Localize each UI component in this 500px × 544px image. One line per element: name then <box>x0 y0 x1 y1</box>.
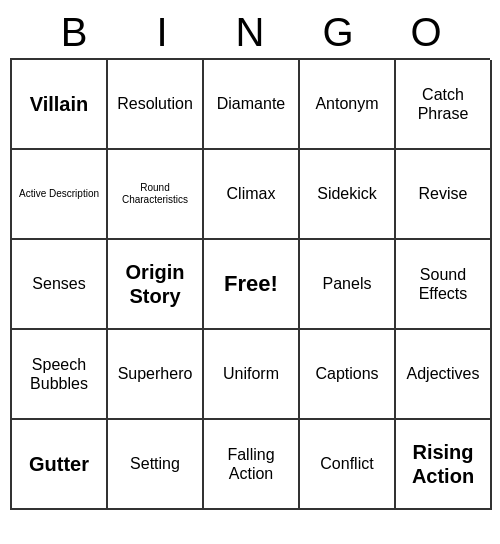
cell-label: Active Description <box>19 188 99 200</box>
cell-r1-c2: Climax <box>204 150 300 240</box>
cell-r0-c1: Resolution <box>108 60 204 150</box>
cell-label: Rising Action <box>400 440 486 488</box>
cell-r2-c3: Panels <box>300 240 396 330</box>
cell-label: Diamante <box>217 94 285 113</box>
cell-r3-c4: Adjectives <box>396 330 492 420</box>
cell-label: Revise <box>419 184 468 203</box>
bingo-letter: G <box>294 10 382 54</box>
cell-label: Setting <box>130 454 180 473</box>
cell-r2-c2: Free! <box>204 240 300 330</box>
cell-r2-c0: Senses <box>12 240 108 330</box>
bingo-card: BINGO VillainResolutionDiamanteAntonymCa… <box>10 10 490 510</box>
cell-label: Adjectives <box>407 364 480 383</box>
cell-r2-c1: Origin Story <box>108 240 204 330</box>
cell-label: Origin Story <box>112 260 198 308</box>
bingo-letter: B <box>30 10 118 54</box>
cell-r1-c1: Round Characteristics <box>108 150 204 240</box>
cell-r0-c0: Villain <box>12 60 108 150</box>
cell-r0-c4: Catch Phrase <box>396 60 492 150</box>
cell-label: Senses <box>32 274 85 293</box>
cell-label: Resolution <box>117 94 193 113</box>
cell-label: Antonym <box>315 94 378 113</box>
cell-r2-c4: Sound Effects <box>396 240 492 330</box>
cell-r3-c3: Captions <box>300 330 396 420</box>
bingo-grid: VillainResolutionDiamanteAntonymCatch Ph… <box>10 58 490 510</box>
cell-r4-c2: Falling Action <box>204 420 300 510</box>
cell-r3-c2: Uniform <box>204 330 300 420</box>
cell-label: Gutter <box>29 452 89 476</box>
cell-r4-c4: Rising Action <box>396 420 492 510</box>
cell-r0-c2: Diamante <box>204 60 300 150</box>
cell-label: Free! <box>224 271 278 297</box>
cell-r4-c1: Setting <box>108 420 204 510</box>
cell-r0-c3: Antonym <box>300 60 396 150</box>
cell-r1-c3: Sidekick <box>300 150 396 240</box>
cell-label: Round Characteristics <box>112 182 198 206</box>
cell-r3-c1: Superhero <box>108 330 204 420</box>
cell-r1-c4: Revise <box>396 150 492 240</box>
cell-label: Panels <box>323 274 372 293</box>
cell-label: Speech Bubbles <box>16 355 102 393</box>
cell-r3-c0: Speech Bubbles <box>12 330 108 420</box>
cell-r4-c0: Gutter <box>12 420 108 510</box>
cell-label: Villain <box>30 92 89 116</box>
cell-r4-c3: Conflict <box>300 420 396 510</box>
bingo-header: BINGO <box>10 10 490 54</box>
cell-label: Uniform <box>223 364 279 383</box>
cell-r1-c0: Active Description <box>12 150 108 240</box>
cell-label: Falling Action <box>208 445 294 483</box>
cell-label: Sound Effects <box>400 265 486 303</box>
cell-label: Captions <box>315 364 378 383</box>
bingo-letter: O <box>382 10 470 54</box>
cell-label: Superhero <box>118 364 193 383</box>
cell-label: Climax <box>227 184 276 203</box>
cell-label: Sidekick <box>317 184 377 203</box>
cell-label: Conflict <box>320 454 373 473</box>
bingo-letter: I <box>118 10 206 54</box>
cell-label: Catch Phrase <box>400 85 486 123</box>
bingo-letter: N <box>206 10 294 54</box>
